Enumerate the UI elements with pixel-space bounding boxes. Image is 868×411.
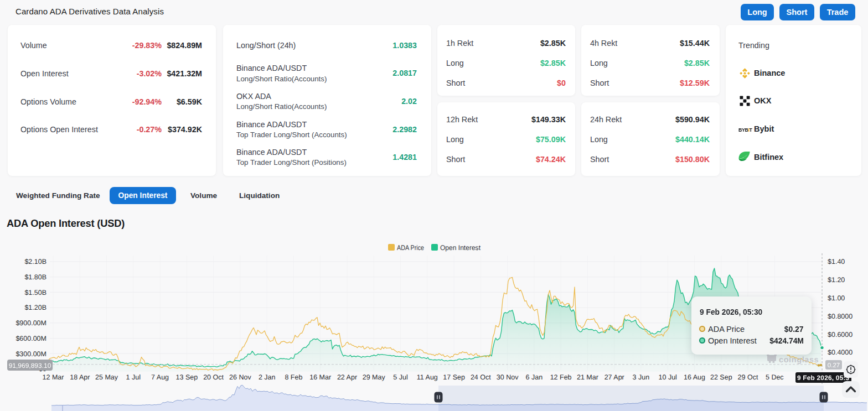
svg-text:12 Mar: 12 Mar — [43, 373, 64, 381]
svg-text:$1.40: $1.40 — [828, 258, 845, 266]
svg-text:27 Apr: 27 Apr — [604, 373, 624, 381]
svg-text:29 May: 29 May — [363, 373, 386, 381]
svg-text:26 Nov: 26 Nov — [229, 373, 251, 381]
svg-text:12 Feb: 12 Feb — [550, 373, 572, 381]
svg-text:30 Nov: 30 Nov — [497, 373, 519, 381]
svg-text:0.27: 0.27 — [828, 362, 840, 369]
svg-text:22 Sep: 22 Sep — [710, 373, 732, 381]
svg-text:24 Oct: 24 Oct — [471, 373, 491, 381]
svg-text:$0.4000: $0.4000 — [828, 348, 852, 356]
svg-text:$2.10B: $2.10B — [24, 258, 46, 266]
svg-text:$0.8000: $0.8000 — [828, 313, 852, 320]
svg-text:1 Jul: 1 Jul — [126, 373, 141, 381]
svg-text:8 Feb: 8 Feb — [285, 373, 302, 381]
svg-text:$1.20: $1.20 — [828, 276, 845, 284]
svg-text:18 Apr: 18 Apr — [70, 373, 90, 381]
svg-text:13 Sep: 13 Sep — [176, 373, 198, 381]
svg-text:17 Sep: 17 Sep — [443, 373, 465, 381]
svg-text:6 Jan: 6 Jan — [526, 373, 543, 381]
svg-text:3 Jun: 3 Jun — [633, 373, 650, 381]
svg-text:10 Jul: 10 Jul — [659, 373, 677, 381]
svg-text:29 Oct: 29 Oct — [738, 373, 758, 381]
svg-text:$600.00M: $600.00M — [16, 335, 46, 342]
svg-text:ADA Price: ADA Price — [397, 244, 424, 252]
svg-text:20 Oct: 20 Oct — [203, 373, 224, 381]
svg-text:9 Feb 2026, 05:3: 9 Feb 2026, 05:3 — [797, 374, 850, 382]
svg-text:5 Jul: 5 Jul — [393, 373, 407, 381]
svg-text:2 Jan: 2 Jan — [259, 373, 276, 381]
svg-text:16 Aug: 16 Aug — [684, 373, 705, 381]
svg-text:22 Apr: 22 Apr — [337, 373, 357, 381]
svg-text:$0.6000: $0.6000 — [828, 331, 852, 339]
svg-text:coinglass: coinglass — [779, 356, 819, 365]
svg-text:91,969,893.10: 91,969,893.10 — [9, 362, 51, 370]
svg-text:25 May: 25 May — [95, 373, 118, 381]
svg-text:$1.80B: $1.80B — [24, 273, 46, 281]
svg-text:16 Mar: 16 Mar — [309, 373, 331, 381]
svg-text:$1.20B: $1.20B — [24, 304, 46, 311]
svg-text:$900.00M: $900.00M — [16, 319, 46, 327]
svg-text:$1.50B: $1.50B — [24, 289, 46, 296]
svg-text:11 Aug: 11 Aug — [417, 373, 438, 381]
svg-text:$1.00: $1.00 — [828, 294, 845, 302]
svg-text:5 Dec: 5 Dec — [766, 373, 784, 381]
svg-text:21 Mar: 21 Mar — [577, 373, 598, 381]
svg-text:7 Aug: 7 Aug — [151, 373, 169, 381]
svg-text:$300.00M: $300.00M — [16, 350, 46, 358]
svg-text:Open Interest: Open Interest — [440, 244, 480, 252]
